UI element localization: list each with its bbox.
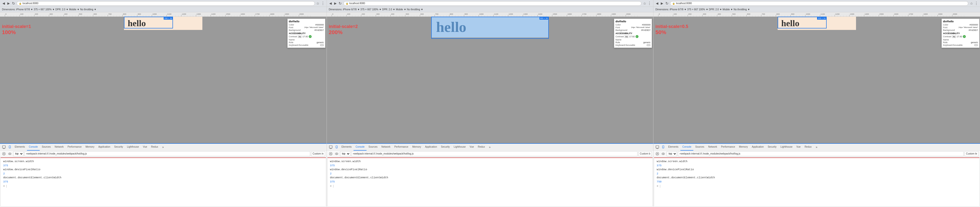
tab-memory[interactable]: Memory xyxy=(410,144,423,151)
inspect-button[interactable] xyxy=(328,144,334,150)
tab-vue[interactable]: Vue xyxy=(141,144,149,151)
tab-console[interactable]: Console xyxy=(680,144,694,151)
annotation-text: initial-scale=2200% xyxy=(329,24,358,35)
tab-redux[interactable]: Redux xyxy=(803,144,814,151)
tab-console[interactable]: Console xyxy=(353,144,366,151)
tab-memory[interactable]: Memory xyxy=(737,144,750,151)
star-button[interactable]: ☆ xyxy=(970,2,973,5)
star-button[interactable]: ☆ xyxy=(316,2,320,5)
more-tabs-button[interactable]: » xyxy=(487,144,493,150)
tab-sources[interactable]: Sources xyxy=(694,144,706,151)
tab-security[interactable]: Security xyxy=(112,144,125,151)
filter-button[interactable] xyxy=(7,151,12,156)
more-button[interactable]: ⋮ xyxy=(975,2,978,5)
svg-text:1700: 1700 xyxy=(582,13,587,15)
console-output[interactable]: window.screen.width375window.devicePixel… xyxy=(0,158,326,207)
tab-network[interactable]: Network xyxy=(380,144,393,151)
console-line: window.devicePixelRatio xyxy=(3,167,323,172)
more-tabs-button[interactable]: » xyxy=(160,144,166,150)
svg-text:0: 0 xyxy=(5,13,6,15)
console-output[interactable]: window.screen.width375window.devicePixel… xyxy=(327,158,653,207)
address-bar[interactable]: 🔒localhost:8080 xyxy=(344,1,642,6)
back-button[interactable]: ◀ xyxy=(2,2,5,5)
context-selector[interactable]: top xyxy=(667,151,677,156)
tab-performance[interactable]: Performance xyxy=(719,144,737,151)
console-output[interactable]: window.screen.width375window.devicePixel… xyxy=(654,158,980,207)
custom-button[interactable]: Custom le xyxy=(964,151,978,156)
refresh-button[interactable]: ↻ xyxy=(12,2,15,5)
overlay-font-row: Font 24px "Microsoft Yahei" xyxy=(616,26,651,29)
tab-memory[interactable]: Memory xyxy=(84,144,96,151)
tab-vue[interactable]: Vue xyxy=(468,144,476,151)
svg-text:400: 400 xyxy=(64,13,68,15)
filter-button[interactable] xyxy=(661,151,666,156)
forward-button[interactable]: ▶ xyxy=(660,2,664,5)
overlay-font-row: Font 24px "Microsoft Yahei" xyxy=(289,26,324,29)
back-button[interactable]: ◀ xyxy=(655,2,659,5)
tab-application[interactable]: Application xyxy=(750,144,765,151)
star-button[interactable]: ☆ xyxy=(643,2,646,5)
clear-console-button[interactable] xyxy=(655,151,660,156)
console-prompt[interactable]: >│ xyxy=(3,185,323,188)
more-tabs-button[interactable]: » xyxy=(814,144,819,150)
overlay-role-row: Role generic xyxy=(289,41,324,44)
svg-rect-262 xyxy=(329,146,332,148)
refresh-button[interactable]: ↻ xyxy=(339,2,342,5)
tab-performance[interactable]: Performance xyxy=(392,144,410,151)
context-selector[interactable]: top xyxy=(13,151,24,156)
inspect-button[interactable] xyxy=(1,144,7,150)
filter-input[interactable] xyxy=(24,151,310,156)
overlay-role-row: Role generic xyxy=(943,41,978,44)
browser-chrome: ◀▶↻🔒localhost:8080☆⋮ xyxy=(0,0,326,7)
more-button[interactable]: ⋮ xyxy=(648,2,651,5)
back-button[interactable]: ◀ xyxy=(329,2,332,5)
console-line: 375 xyxy=(3,164,323,168)
tab-sources[interactable]: Sources xyxy=(40,144,52,151)
inspect-button[interactable] xyxy=(654,144,660,150)
filter-input[interactable] xyxy=(351,151,638,156)
tab-network[interactable]: Network xyxy=(52,144,66,151)
tab-security[interactable]: Security xyxy=(765,144,778,151)
forward-button[interactable]: ▶ xyxy=(7,2,10,5)
filter-input[interactable] xyxy=(678,151,964,156)
console-prompt[interactable]: >│ xyxy=(657,185,977,188)
forward-button[interactable]: ▶ xyxy=(334,2,337,5)
address-bar[interactable]: 🔒localhost:8080 xyxy=(670,1,968,6)
refresh-button[interactable]: ↻ xyxy=(665,2,668,5)
clear-console-button[interactable] xyxy=(328,151,333,156)
tab-application[interactable]: Application xyxy=(96,144,112,151)
address-bar[interactable]: 🔒localhost:8080 xyxy=(17,1,315,6)
device-toggle-button[interactable] xyxy=(7,144,13,150)
tab-network[interactable]: Network xyxy=(706,144,719,151)
svg-text:2000: 2000 xyxy=(953,13,957,15)
tab-redux[interactable]: Redux xyxy=(149,144,160,151)
custom-button[interactable]: Custom in xyxy=(311,151,325,156)
tab-performance[interactable]: Performance xyxy=(66,144,84,151)
svg-text:600: 600 xyxy=(94,13,97,15)
svg-text:1800: 1800 xyxy=(923,13,928,15)
hello-element: hello xyxy=(124,17,202,30)
tab-lighthouse[interactable]: Lighthouse xyxy=(452,144,468,151)
filter-button[interactable] xyxy=(334,151,339,156)
tab-lighthouse[interactable]: Lighthouse xyxy=(779,144,794,151)
svg-text:1600: 1600 xyxy=(568,13,572,15)
tab-vue[interactable]: Vue xyxy=(794,144,802,151)
clear-console-button[interactable] xyxy=(2,151,6,156)
device-toggle-button[interactable] xyxy=(660,144,666,150)
more-button[interactable]: ⋮ xyxy=(321,2,325,5)
svg-text:900: 900 xyxy=(791,13,794,15)
device-toggle-button[interactable] xyxy=(334,144,340,150)
tab-application[interactable]: Application xyxy=(423,144,439,151)
tab-security[interactable]: Security xyxy=(439,144,452,151)
tab-console[interactable]: Console xyxy=(27,144,40,151)
tab-elements[interactable]: Elements xyxy=(666,144,680,151)
tab-lighthouse[interactable]: Lighthouse xyxy=(125,144,141,151)
context-selector[interactable]: top xyxy=(340,151,350,156)
svg-text:500: 500 xyxy=(732,13,736,15)
tab-elements[interactable]: Elements xyxy=(13,144,27,151)
tab-elements[interactable]: Elements xyxy=(340,144,354,151)
tab-redux[interactable]: Redux xyxy=(476,144,487,151)
console-prompt[interactable]: >│ xyxy=(330,185,650,188)
tab-sources[interactable]: Sources xyxy=(366,144,380,151)
custom-button[interactable]: Custom b xyxy=(638,151,652,156)
